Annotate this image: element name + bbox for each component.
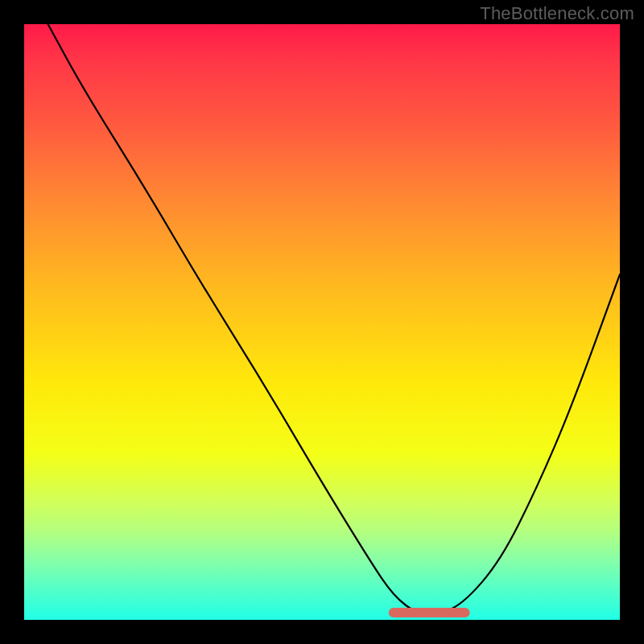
chart-frame: TheBottleneck.com	[0, 0, 644, 644]
watermark-text: TheBottleneck.com	[480, 3, 634, 24]
plot-area	[24, 24, 620, 620]
bottleneck-curve-path	[48, 24, 620, 614]
chart-svg	[24, 24, 620, 620]
